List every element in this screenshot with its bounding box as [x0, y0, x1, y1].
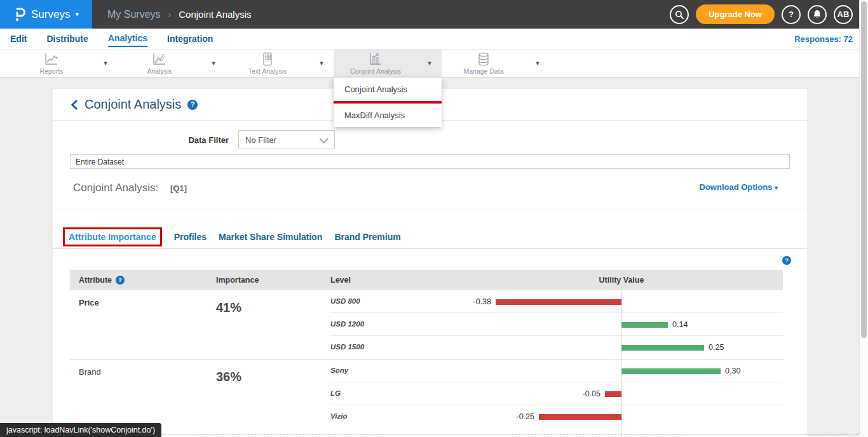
toolbar-text-analysis-caret[interactable]: ▾: [309, 50, 334, 77]
toolbar-label: Reports: [40, 67, 64, 75]
col-attribute-label: Attribute: [79, 276, 112, 285]
top-header: Surveys ▾ My Surveys › Conjoint Analysis…: [0, 0, 868, 29]
data-filter-select[interactable]: No Filter: [238, 130, 335, 149]
tab-brand-premium[interactable]: Brand Premium: [334, 229, 400, 245]
attribute-name: Price: [79, 298, 99, 307]
conjoint-chart-icon: [368, 52, 383, 66]
dataset-input[interactable]: [70, 154, 790, 169]
data-filter-row: Data Filter No Filter: [53, 130, 807, 149]
download-options-label: Download Options: [700, 182, 773, 192]
search-button[interactable]: [670, 5, 689, 24]
nav-edit[interactable]: Edit: [10, 31, 27, 46]
toolbar-group-reports: Reports ▾: [10, 50, 118, 77]
line-chart-icon: [44, 52, 59, 66]
download-options-link[interactable]: Download Options ▾: [700, 182, 778, 192]
conjoint-analysis-card: Conjoint Analysis ? Data Filter No Filte…: [53, 89, 807, 437]
toolbar-analysis-caret[interactable]: ▾: [201, 50, 226, 77]
col-utility-label: Utility Value: [599, 276, 644, 285]
utility-bar-cell: -0.38: [464, 290, 783, 313]
breadcrumb: My Surveys › Conjoint Analysis: [107, 9, 251, 20]
level-row: USD 800 -0.38: [330, 290, 783, 313]
section-header-row: Conjoint Analysis: [Q1] Download Options…: [53, 178, 807, 198]
col-level: Level: [330, 276, 464, 285]
avatar[interactable]: AB: [834, 5, 853, 24]
level-row: Sony 0.30: [330, 360, 783, 382]
toolbar-manage-data-caret[interactable]: ▾: [526, 50, 550, 77]
breadcrumb-separator-icon: ›: [168, 10, 172, 20]
toolbar-reports-button[interactable]: Reports: [10, 50, 93, 77]
level-row: USD 1200 0.14: [330, 313, 783, 336]
attribute-help-icon[interactable]: ?: [116, 276, 125, 285]
level-label: USD 1500: [330, 343, 364, 351]
upgrade-now-button[interactable]: Upgrade Now: [696, 4, 775, 24]
col-attribute: Attribute ?: [70, 276, 216, 285]
divider: [53, 248, 807, 249]
tab-market-share-simulation[interactable]: Market Share Simulation: [219, 229, 322, 245]
menu-item-conjoint-analysis[interactable]: Conjoint Analysis: [334, 77, 442, 101]
scrollbar-thumb[interactable]: [861, 1, 867, 338]
utility-bar: [621, 345, 704, 351]
utility-bar-cell: -0.25: [464, 405, 783, 428]
product-name: Surveys: [31, 8, 70, 21]
utility-bar: [621, 368, 721, 374]
importance-value: 41%: [216, 300, 241, 315]
tab-attribute-importance[interactable]: Attribute Importance: [63, 227, 162, 246]
dashed-bottom-border: [127, 434, 858, 435]
utility-bar: [496, 299, 621, 305]
header-actions: Upgrade Now ? AB: [670, 4, 868, 24]
table-header: Attribute ? Importance Level Utility Val…: [70, 270, 783, 290]
toolbar-conjoint-caret[interactable]: ▾: [417, 50, 442, 77]
notifications-button[interactable]: [808, 5, 827, 24]
toolbar-text-analysis-button[interactable]: Text Analysis: [226, 50, 309, 77]
level-label: LG: [330, 389, 341, 397]
table-help-icon[interactable]: ?: [782, 256, 791, 265]
toolbar-label: Manage Data: [463, 67, 503, 75]
data-filter-label: Data Filter: [188, 135, 229, 145]
chevron-down-icon: ▾: [775, 184, 778, 191]
responses-count[interactable]: Responses: 72: [794, 34, 853, 44]
toolbar-label: Text Analysis: [248, 67, 287, 75]
utility-value-label: -0.05: [583, 389, 601, 398]
toolbar-label: Conjoint Analysis: [350, 67, 401, 75]
vertical-scrollbar[interactable]: [859, 0, 868, 437]
toolbar-reports-caret[interactable]: ▾: [93, 50, 118, 77]
menu-item-maxdiff-analysis[interactable]: MaxDiff Analysis: [334, 104, 442, 127]
nav-integration[interactable]: Integration: [167, 31, 213, 46]
breadcrumb-my-surveys[interactable]: My Surveys: [107, 9, 161, 20]
attribute-importance-table: Attribute ? Importance Level Utility Val…: [70, 270, 783, 428]
level-row: LG -0.05: [330, 382, 783, 405]
utility-bar-cell: 0.25: [464, 336, 783, 359]
toolbar-label: Analysis: [147, 67, 172, 75]
utility-value-label: -0.38: [473, 297, 492, 306]
nav-distribute[interactable]: Distribute: [46, 31, 88, 46]
search-icon: [675, 10, 684, 19]
questionpro-logo-icon: [13, 7, 26, 22]
bell-icon: [813, 10, 822, 19]
importance-value: 36%: [216, 370, 241, 384]
chevron-down-icon: ▾: [75, 10, 79, 18]
utility-bar-cell: 0.30: [464, 360, 783, 382]
utility-bar-cell: -0.05: [464, 382, 783, 405]
product-switcher[interactable]: Surveys ▾: [0, 0, 92, 29]
toolbar-group-text-analysis: Text Analysis ▾: [226, 50, 334, 77]
toolbar-conjoint-button[interactable]: Conjoint Analysis: [334, 50, 417, 77]
toolbar-analysis-button[interactable]: Analysis: [118, 50, 201, 77]
question-ref: [Q1]: [170, 184, 187, 193]
back-chevron-icon[interactable]: [71, 100, 78, 110]
utility-value-label: 0.30: [725, 366, 740, 375]
conjoint-dropdown-menu: Conjoint Analysis MaxDiff Analysis: [334, 77, 442, 127]
section-title: Conjoint Analysis:: [73, 182, 158, 194]
utility-value-label: 0.14: [672, 320, 688, 329]
level-label: Sony: [330, 366, 348, 374]
nav-analytics[interactable]: Analytics: [108, 30, 147, 47]
result-tabs: Attribute Importance Profiles Market Sha…: [63, 227, 401, 246]
multi-line-chart-icon: [152, 52, 167, 66]
tab-profiles[interactable]: Profiles: [174, 229, 207, 245]
utility-value-label: 0.25: [709, 343, 724, 352]
utility-value-label: -0.25: [517, 412, 535, 421]
toolbar-manage-data-button[interactable]: Manage Data: [442, 50, 526, 77]
page-help-icon[interactable]: ?: [187, 100, 198, 110]
help-button[interactable]: ?: [782, 5, 801, 24]
level-label: USD 800: [330, 297, 360, 305]
divider: [53, 210, 807, 210]
